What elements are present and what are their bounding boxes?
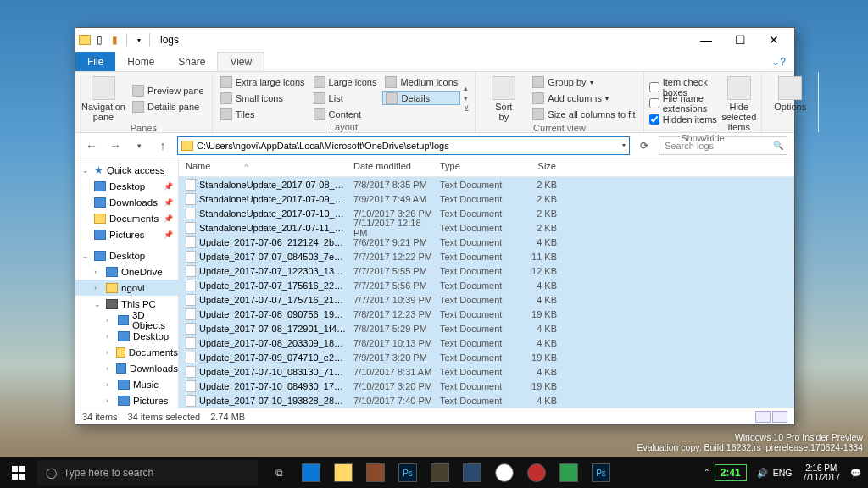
ribbon-collapse-icon[interactable]: ⌄ ? [763, 52, 794, 71]
task-app-2[interactable] [327, 458, 359, 488]
back-button[interactable]: ← [82, 136, 101, 155]
nav-user-ngovi[interactable]: ›ngovi [75, 280, 178, 296]
group-by-button[interactable]: Group by ▾ [530, 75, 637, 90]
file-row[interactable]: StandaloneUpdate_2017-07-08_203536_b...7… [179, 177, 794, 191]
layout-tiles[interactable]: Tiles [218, 107, 308, 121]
layout-content[interactable]: Content [311, 107, 380, 121]
recent-dropdown[interactable]: ▾ [130, 136, 148, 155]
col-name[interactable]: Name^ [179, 158, 347, 176]
layout-small-icons[interactable]: Small icons [218, 91, 308, 105]
preview-pane-button[interactable]: Preview pane [130, 83, 207, 97]
qat-newfolder-icon[interactable]: ▮ [108, 33, 121, 47]
nav-documents[interactable]: Documents📌 [75, 210, 178, 226]
search-input[interactable]: Search logs [659, 136, 787, 155]
battery-indicator[interactable]: 2:41 [715, 464, 747, 481]
system-tray[interactable]: ˄ 2:41 🔊 ENG 2:16 PM 7/11/2017 💬 [698, 463, 868, 482]
qat-dropdown-icon[interactable]: ▾ [132, 33, 146, 47]
task-app-1[interactable] [295, 458, 327, 488]
task-photoshop-2[interactable]: Ps [585, 458, 617, 488]
task-app-9[interactable] [553, 458, 585, 488]
file-extensions-checkbox[interactable]: File name extensions [649, 97, 719, 111]
options-button[interactable]: Options [767, 75, 813, 119]
item-check-boxes-checkbox[interactable]: Item check boxes [649, 80, 719, 95]
file-row[interactable]: StandaloneUpdate_2017-07-09_074946_2...7… [179, 191, 794, 206]
notifications-icon[interactable]: 💬 [850, 468, 861, 479]
layout-list[interactable]: List [311, 91, 380, 105]
layout-xl-icons[interactable]: Extra large icons [218, 75, 308, 89]
col-date[interactable]: Date modified [347, 158, 433, 176]
task-app-5[interactable] [424, 458, 456, 488]
layout-details[interactable]: Details [382, 91, 460, 105]
nav-onedrive[interactable]: ›OneDrive [75, 263, 178, 280]
nav-pc-downloads[interactable]: ›Downloads [75, 360, 178, 376]
file-row[interactable]: Update_2017-07-08_203309_1838-5147/8/201… [179, 336, 794, 350]
refresh-button[interactable]: ⟳ [635, 136, 654, 155]
nav-pc-music[interactable]: ›Music [75, 376, 178, 392]
nav-pc-documents[interactable]: ›Documents [75, 344, 178, 360]
maximize-button[interactable]: ☐ [723, 28, 757, 52]
task-app-3[interactable] [359, 458, 392, 488]
task-photoshop[interactable]: Ps [392, 458, 424, 488]
file-row[interactable]: Update_2017-07-09_074710_e20-18807/9/201… [179, 350, 794, 364]
svg-rect-3 [19, 474, 25, 480]
layout-large-icons[interactable]: Large icons [311, 75, 380, 89]
nav-desktop-root[interactable]: ⌄Desktop [75, 247, 178, 263]
navigation-pane-button[interactable]: Navigation pane [81, 75, 126, 122]
details-pane-button[interactable]: Details pane [130, 99, 207, 114]
col-size[interactable]: Size [513, 158, 564, 176]
file-row[interactable]: Update_2017-07-06_212124_2b4c-29347/6/20… [179, 235, 794, 249]
tab-home[interactable]: Home [115, 52, 166, 71]
file-row[interactable]: Update_2017-07-07_084503_7e8-33c7/7/2017… [179, 249, 794, 263]
tab-share[interactable]: Share [166, 52, 217, 71]
view-details-icon[interactable] [755, 411, 771, 423]
col-type[interactable]: Type [433, 158, 513, 176]
add-columns-button[interactable]: Add columns ▾ [530, 92, 637, 106]
view-icons-icon[interactable] [772, 411, 787, 423]
start-button[interactable] [0, 458, 37, 488]
address-input[interactable]: C:\Users\ngovi\AppData\Local\Microsoft\O… [177, 136, 630, 155]
file-row[interactable]: Update_2017-07-10_084930_170c-11707/10/2… [179, 379, 794, 393]
minimize-button[interactable]: — [689, 28, 723, 52]
nav-quick-access[interactable]: ⌄★Quick access [75, 162, 178, 178]
file-row[interactable]: Update_2017-07-07_175716_218c-21907/7/20… [179, 292, 794, 307]
close-button[interactable]: ✕ [757, 28, 791, 52]
file-row[interactable]: StandaloneUpdate_2017-07-10_152609_2...7… [179, 206, 794, 220]
qat-properties-icon[interactable]: ▯ [92, 33, 106, 47]
tab-file[interactable]: File [75, 52, 115, 71]
task-app-6[interactable] [456, 458, 488, 488]
volume-icon[interactable]: 🔊 [757, 468, 768, 479]
size-columns-button[interactable]: Size all columns to fit [530, 108, 637, 122]
nav-3d-objects[interactable]: ›3D Objects [75, 312, 178, 328]
layout-scroll-up[interactable]: ▴ [464, 84, 470, 92]
hide-selected-button[interactable]: Hide selected items [721, 75, 756, 132]
nav-pictures[interactable]: Pictures📌 [75, 226, 178, 242]
nav-desktop[interactable]: Desktop📌 [75, 178, 178, 194]
task-app-8[interactable] [520, 458, 553, 488]
file-row[interactable]: StandaloneUpdate_2017-07-11_121820_b...7… [179, 220, 794, 235]
file-row[interactable]: Update_2017-07-07_122303_136c-2487/7/201… [179, 263, 794, 278]
nav-pc-pictures[interactable]: ›Pictures [75, 392, 178, 408]
layout-scroll-down[interactable]: ▾ [464, 94, 470, 103]
layout-expand[interactable]: ⊻ [464, 104, 470, 113]
hidden-items-checkbox[interactable]: Hidden items [649, 113, 719, 127]
file-row[interactable]: Update_2017-07-10_193828_28c8-26e07/10/2… [179, 393, 794, 408]
forward-button[interactable]: → [106, 136, 125, 155]
file-list[interactable]: StandaloneUpdate_2017-07-08_203536_b...7… [179, 177, 794, 408]
nav-downloads[interactable]: Downloads📌 [75, 194, 178, 210]
file-row[interactable]: Update_2017-07-07_175616_2210-22147/7/20… [179, 278, 794, 292]
task-chrome[interactable] [488, 458, 520, 488]
tab-view[interactable]: View [217, 52, 264, 71]
sort-by-button[interactable]: Sort by [481, 75, 526, 122]
clock[interactable]: 2:16 PM 7/11/2017 [798, 463, 846, 482]
task-view-button[interactable]: ⧉ [263, 458, 295, 488]
file-row[interactable]: Update_2017-07-08_090756_1958-15907/8/20… [179, 307, 794, 321]
nav-pc-desktop[interactable]: ›Desktop [75, 328, 178, 344]
file-row[interactable]: Update_2017-07-08_172901_1f4c-21787/8/20… [179, 321, 794, 336]
up-button[interactable]: ↑ [153, 136, 172, 155]
chevron-down-icon[interactable]: ▾ [622, 141, 626, 149]
layout-medium-icons[interactable]: Medium icons [382, 75, 460, 89]
taskbar-search[interactable]: ◯ Type here to search [37, 460, 258, 485]
tray-chevron-up-icon[interactable]: ˄ [704, 468, 709, 478]
file-row[interactable]: Update_2017-07-10_083130_710-2bd87/10/20… [179, 364, 794, 379]
language-indicator[interactable]: ENG [773, 468, 793, 478]
